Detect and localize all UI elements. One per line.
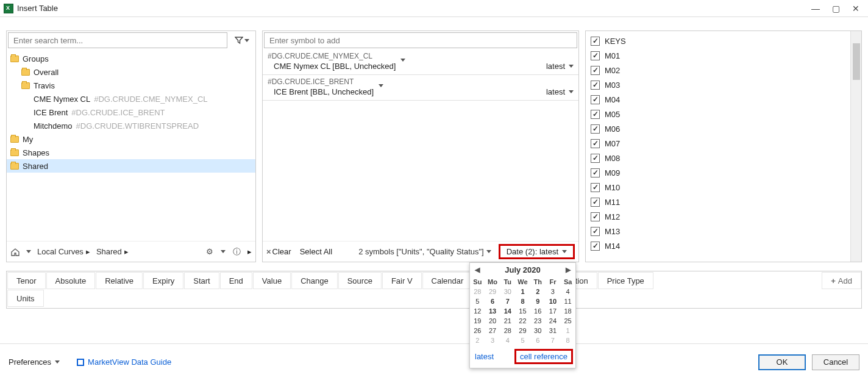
symbol-name[interactable]: CME Nymex CL [BBL, Unchecked] (274, 62, 405, 71)
checkbox-icon[interactable] (591, 124, 600, 134)
calendar-day[interactable]: 16 (530, 306, 546, 316)
calendar-day[interactable]: 4 (560, 287, 575, 296)
filter-button[interactable] (230, 32, 254, 48)
tree-node-my[interactable]: My (7, 132, 255, 146)
gear-icon[interactable]: ⚙ (205, 247, 215, 257)
column-header[interactable]: Absolute (46, 272, 96, 289)
calendar-day[interactable]: 7 (546, 335, 561, 345)
tree-node-overall[interactable]: Overall (7, 65, 255, 79)
calendar-day[interactable]: 7 (500, 296, 515, 306)
keys-item[interactable]: M03 (586, 77, 850, 92)
keys-header[interactable]: KEYS (586, 34, 850, 48)
search-input[interactable] (8, 32, 227, 48)
checkbox-icon[interactable] (591, 66, 600, 75)
keys-item[interactable]: M13 (586, 224, 850, 238)
checkbox-icon[interactable] (591, 110, 600, 119)
add-column-button[interactable]: +Add (822, 272, 861, 289)
breadcrumb-shared[interactable]: Shared▸ (96, 247, 129, 256)
calendar-day[interactable]: 29 (485, 287, 500, 296)
ok-button[interactable]: OK (758, 354, 806, 370)
calendar-day[interactable]: 20 (485, 316, 500, 326)
column-header[interactable]: Units (7, 290, 44, 307)
calendar-day[interactable]: 4 (500, 335, 515, 345)
calendar-cell-reference-link[interactable]: cell reference (514, 349, 573, 364)
scrollbar-thumb[interactable] (853, 43, 860, 80)
preferences-dropdown[interactable]: Preferences (9, 357, 60, 367)
tree-leaf[interactable]: Mitchdemo#DG.CRUDE.WTIBRENTSPREAD (7, 119, 255, 132)
calendar-day[interactable]: 22 (515, 316, 530, 326)
checkbox-icon[interactable] (591, 242, 600, 251)
column-header[interactable]: Source (338, 272, 382, 289)
calendar-day[interactable]: 12 (470, 306, 485, 316)
keys-item[interactable]: M12 (586, 209, 850, 224)
keys-item[interactable]: M09 (586, 165, 850, 180)
checkbox-icon[interactable] (591, 154, 600, 163)
symbol-name[interactable]: ICE Brent [BBL, Unchecked] (274, 87, 383, 96)
symbol-row[interactable]: #DG.CRUDE.CME_NYMEX_CL CME Nymex CL [BBL… (263, 49, 578, 75)
calendar-latest-link[interactable]: latest (475, 352, 494, 361)
calendar-next-button[interactable]: ▶ (566, 266, 571, 274)
calendar-day[interactable]: 26 (470, 326, 485, 335)
calendar-day[interactable]: 28 (470, 287, 485, 296)
minimize-icon[interactable]: — (811, 4, 820, 13)
calendar-day[interactable]: 31 (546, 326, 561, 335)
calendar-day[interactable]: 8 (515, 296, 530, 306)
tree-leaf[interactable]: ICE Brent#DG.CRUDE.ICE_BRENT (7, 106, 255, 119)
keys-item[interactable]: M01 (586, 48, 850, 63)
calendar-day[interactable]: 15 (515, 306, 530, 316)
checkbox-icon[interactable] (591, 81, 600, 90)
checkbox-icon[interactable] (591, 198, 600, 207)
calendar-day[interactable]: 11 (560, 296, 575, 306)
calendar-day[interactable]: 21 (500, 316, 515, 326)
calendar-day[interactable]: 6 (485, 296, 500, 306)
chevron-right-icon[interactable]: ▸ (247, 247, 252, 256)
keys-item[interactable]: M14 (586, 238, 850, 253)
calendar-day[interactable]: 10 (546, 296, 561, 306)
calendar-day[interactable]: 28 (500, 326, 515, 335)
calendar-day[interactable]: 30 (530, 326, 546, 335)
chevron-down-icon[interactable] (26, 250, 31, 253)
tree-node-travis[interactable]: Travis (7, 79, 255, 92)
checkbox-icon[interactable] (591, 227, 600, 236)
calendar-day[interactable]: 6 (530, 335, 546, 345)
select-all-button[interactable]: Select All (300, 247, 332, 256)
checkbox-icon[interactable] (591, 51, 600, 60)
keys-item[interactable]: M10 (586, 180, 850, 195)
keys-item[interactable]: M06 (586, 121, 850, 136)
column-header[interactable]: Start (184, 272, 219, 289)
checkbox-icon[interactable] (591, 168, 600, 177)
column-header[interactable]: Price Type (598, 272, 653, 289)
clear-button[interactable]: ×Clear (266, 247, 291, 256)
keys-item[interactable]: M11 (586, 195, 850, 209)
calendar-day[interactable]: 14 (500, 306, 515, 316)
calendar-day[interactable]: 8 (560, 335, 575, 345)
calendar-day[interactable]: 27 (485, 326, 500, 335)
tree-node-groups[interactable]: Groups (7, 52, 255, 65)
calendar-day[interactable]: 5 (470, 296, 485, 306)
close-icon[interactable]: ✕ (852, 4, 859, 13)
tree-node-shapes[interactable]: Shapes (7, 146, 255, 159)
calendar-day[interactable]: 23 (530, 316, 546, 326)
scrollbar[interactable] (850, 31, 861, 262)
info-icon[interactable]: ⓘ (232, 247, 241, 257)
checkbox-icon[interactable] (591, 95, 600, 104)
calendar-day[interactable]: 3 (546, 287, 561, 296)
column-header[interactable]: Calendar (422, 272, 473, 289)
calendar-day[interactable]: 25 (560, 316, 575, 326)
checkbox-icon[interactable] (591, 212, 600, 221)
tree-node-shared[interactable]: Shared (7, 159, 255, 173)
cancel-button[interactable]: Cancel (812, 354, 859, 370)
date-dropdown[interactable]: Date (2): latest (499, 244, 575, 259)
calendar-prev-button[interactable]: ◀ (475, 266, 480, 274)
chevron-down-icon[interactable] (486, 250, 491, 253)
calendar-day[interactable]: 13 (485, 306, 500, 316)
tree-leaf[interactable]: CME Nymex CL#DG.CRUDE.CME_NYMEX_CL (7, 92, 255, 106)
calendar-day[interactable]: 24 (546, 316, 561, 326)
calendar-day[interactable]: 29 (515, 326, 530, 335)
symbol-input[interactable] (264, 32, 577, 48)
calendar-day[interactable]: 1 (515, 287, 530, 296)
calendar-day[interactable]: 5 (515, 335, 530, 345)
column-header[interactable]: Tenor (7, 272, 46, 289)
keys-item[interactable]: M05 (586, 107, 850, 121)
keys-item[interactable]: M07 (586, 136, 850, 151)
